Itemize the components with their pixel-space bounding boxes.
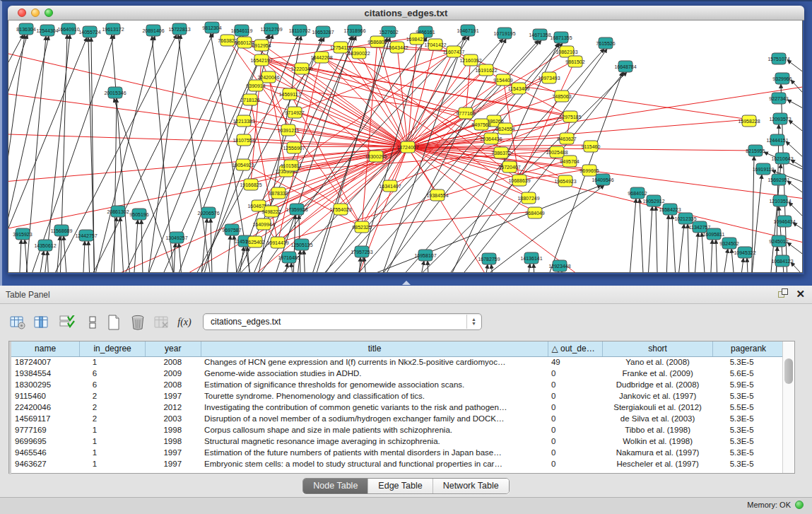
- tab-edge-table[interactable]: Edge Table: [368, 479, 433, 493]
- network-node-12212709[interactable]: 12212709: [260, 23, 282, 35]
- memory-ok-icon[interactable]: [795, 501, 804, 509]
- cell-title[interactable]: Estimation of the future numbers of pati…: [201, 447, 548, 458]
- network-node-10973493[interactable]: 10973493: [538, 72, 560, 83]
- cell-out_degree[interactable]: 0: [548, 413, 603, 424]
- network-node-9324502[interactable]: 9324502: [719, 238, 739, 249]
- cell-in_degree[interactable]: 1: [80, 424, 146, 436]
- network-node-9498222[interactable]: 9498222: [261, 206, 281, 217]
- cell-title[interactable]: Estimation of significance thresholds fo…: [201, 379, 548, 390]
- network-node-9586805[interactable]: 9586805: [367, 36, 387, 47]
- network-node-16782759[interactable]: 16782759: [478, 253, 500, 264]
- cell-short[interactable]: Nakamura et al. (1997): [602, 447, 712, 458]
- network-node-17359928[interactable]: 17359928: [286, 204, 307, 215]
- network-window-titlebar[interactable]: citations_edges.txt: [8, 6, 804, 21]
- table-row[interactable]: 946362711997Embryonic stem cells: a mode…: [11, 458, 784, 469]
- network-node-8912954[interactable]: 8912954: [252, 40, 271, 51]
- network-node-14350612[interactable]: 14350612: [34, 240, 56, 251]
- network-node-19613172[interactable]: 19613172: [102, 23, 124, 35]
- network-node-13049257[interactable]: 13049257: [165, 232, 187, 243]
- network-canvas[interactable]: 1872400781363041254430416640910140557241…: [8, 21, 803, 273]
- cell-short[interactable]: Yano et al. (2008): [602, 356, 712, 368]
- row-height-icon[interactable]: [83, 313, 102, 332]
- cell-title[interactable]: Embryonic stem cells: a model to study s…: [201, 458, 548, 469]
- network-node-15643442[interactable]: 15643442: [386, 42, 408, 53]
- table-selector-dropdown[interactable]: citations_edges.txt ▲ ▼: [203, 313, 482, 330]
- column-header-year[interactable]: year: [145, 341, 201, 356]
- network-node-9245012[interactable]: 9245012: [769, 235, 788, 247]
- network-node-12093573[interactable]: 12093573: [769, 113, 791, 124]
- delete-table-icon[interactable]: [153, 313, 171, 332]
- network-node-7485063[interactable]: 7485063: [552, 90, 571, 102]
- network-node-9390914[interactable]: 9390914: [246, 80, 265, 91]
- cell-short[interactable]: Dudbridge et al. (2008): [602, 379, 712, 390]
- network-node-16919119[interactable]: 16919119: [753, 163, 775, 175]
- cell-title[interactable]: Changes of HCN gene expression and I(f) …: [201, 356, 548, 368]
- network-node-15720407[interactable]: 15720407: [498, 161, 520, 173]
- cell-name[interactable]: 9699695: [11, 436, 80, 447]
- column-header-short[interactable]: short: [602, 341, 712, 356]
- network-node-12444151[interactable]: 12444151: [766, 134, 788, 146]
- column-header-pagerank[interactable]: pagerank: [713, 341, 784, 356]
- cell-out_degree[interactable]: 0: [548, 447, 603, 458]
- cell-title[interactable]: Disruption of a novel member of a sodium…: [201, 413, 548, 424]
- network-node-10684123[interactable]: 10684123: [771, 255, 793, 267]
- network-node-18807249[interactable]: 18807249: [517, 192, 539, 204]
- cell-year[interactable]: 1998: [145, 436, 201, 447]
- network-node-9714927[interactable]: 9714927: [285, 107, 304, 118]
- cell-pagerank[interactable]: 5.9E-5: [713, 379, 784, 390]
- cell-title[interactable]: Corpus callosum shape and size in male p…: [201, 424, 548, 436]
- new-file-icon[interactable]: [105, 313, 123, 332]
- network-node-9684012[interactable]: 9684012: [628, 187, 647, 199]
- network-node-16584223[interactable]: 16584223: [659, 204, 681, 215]
- cell-pagerank[interactable]: 5.5E-5: [713, 402, 784, 413]
- cell-name[interactable]: 9465546: [11, 447, 80, 458]
- network-node-15722813[interactable]: 15722813: [168, 23, 190, 35]
- table-row[interactable]: 1456911722003Disruption of a novel membe…: [11, 413, 784, 424]
- table-row[interactable]: 911546021997Tourette syndrome. Phenomeno…: [11, 390, 784, 402]
- cell-pagerank[interactable]: 5.3E-5: [713, 390, 784, 402]
- network-node-18390022[interactable]: 18390022: [348, 47, 370, 59]
- network-node-20015346[interactable]: 20015346: [104, 87, 126, 98]
- cell-name[interactable]: 9463627: [11, 458, 80, 469]
- delete-icon[interactable]: [129, 313, 147, 332]
- network-node-12160392[interactable]: 12160392: [459, 54, 481, 66]
- column-header-in_degree[interactable]: in_degree: [80, 341, 146, 356]
- network-node-15751074[interactable]: 15751074: [767, 53, 789, 64]
- network-node-3624554[interactable]: 3624554: [495, 123, 514, 134]
- table-row[interactable]: 977716911998Corpus callosum shape and si…: [11, 424, 784, 436]
- network-node-12923448[interactable]: 12923448: [548, 260, 570, 271]
- network-node-9463627[interactable]: 9463627: [557, 133, 576, 144]
- cell-out_degree[interactable]: 0: [548, 390, 603, 402]
- network-node-14055724[interactable]: 14055724: [78, 26, 100, 37]
- table-row[interactable]: 946554611997Estimation of the future num…: [11, 447, 784, 458]
- network-node-10946434[interactable]: 10946434: [773, 216, 795, 227]
- cell-title[interactable]: Genome-wide association studies in ADHD.: [201, 368, 548, 379]
- network-node-16210643[interactable]: 16210643: [771, 153, 793, 164]
- network-node-18110702[interactable]: 18110702: [289, 25, 311, 36]
- network-node-16871355[interactable]: 16871355: [550, 32, 572, 43]
- network-node-16648784[interactable]: 16648784: [614, 61, 636, 72]
- network-node-20206576[interactable]: 20206576: [197, 207, 219, 218]
- tab-node-table[interactable]: Node Table: [303, 479, 368, 493]
- network-node-20891406[interactable]: 20891406: [142, 25, 164, 36]
- dropdown-stepper-icon[interactable]: ▲ ▼: [466, 315, 481, 329]
- cell-year[interactable]: 2003: [145, 413, 201, 424]
- network-node-10467191[interactable]: 10467191: [457, 25, 478, 36]
- network-node-12544304[interactable]: 12544304: [36, 25, 58, 36]
- cell-short[interactable]: Wolkin et al. (1998): [602, 436, 712, 447]
- network-node-9812304[interactable]: 9812304: [202, 22, 221, 33]
- network-node-9697587[interactable]: 9697587: [222, 224, 241, 235]
- cell-in_degree[interactable]: 6: [80, 368, 146, 379]
- column-header-name[interactable]: name: [11, 341, 80, 356]
- network-node-9495764[interactable]: 9495764: [560, 156, 579, 167]
- cell-name[interactable]: 18300295: [11, 379, 80, 390]
- cell-short[interactable]: Franke et al. (2009): [602, 368, 712, 379]
- cell-in_degree[interactable]: 1: [80, 447, 146, 458]
- cell-pagerank[interactable]: 5.3E-5: [713, 458, 784, 469]
- network-node-8215955[interactable]: 8215955: [746, 145, 765, 156]
- network-node-6497568[interactable]: 6497568: [471, 119, 490, 130]
- tab-network-table[interactable]: Network Table: [433, 479, 509, 493]
- cell-out_degree[interactable]: 0: [548, 368, 603, 379]
- network-node-8878332[interactable]: 8878332: [269, 187, 288, 199]
- table-row[interactable]: 2242004622012Investigating the contribut…: [11, 402, 784, 413]
